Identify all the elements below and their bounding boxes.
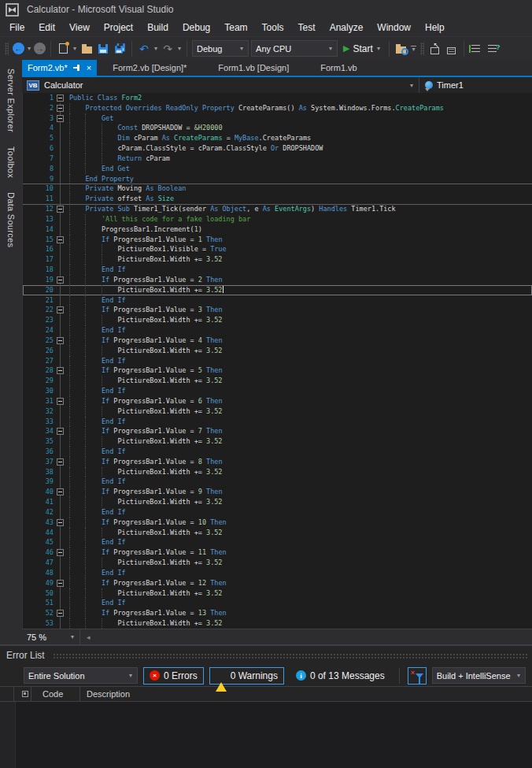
breakpoint-margin[interactable] — [23, 133, 33, 143]
code-line[interactable]: 44 PictiureBox1.Width += 3.52 — [23, 528, 532, 538]
fold-toggle-icon[interactable] — [57, 549, 64, 556]
toolbar-grip[interactable] — [420, 43, 424, 55]
breakpoint-margin[interactable] — [23, 447, 33, 457]
breakpoint-margin[interactable] — [23, 528, 33, 538]
breakpoint-margin[interactable] — [23, 184, 33, 194]
breakpoint-margin[interactable] — [23, 154, 33, 164]
display-word-completion-button[interactable] — [486, 42, 500, 56]
redo-dropdown[interactable]: ▾ — [177, 45, 182, 52]
breakpoint-margin[interactable] — [23, 547, 33, 558]
fold-toggle-icon[interactable] — [57, 580, 64, 587]
code-line[interactable]: 22 If ProgressBar1.Value = 3 Then — [23, 305, 532, 315]
menu-debug[interactable]: Debug — [175, 20, 217, 35]
menu-help[interactable]: Help — [418, 20, 452, 35]
breakpoint-margin[interactable] — [23, 113, 33, 124]
clear-filter-button[interactable]: × — [408, 667, 427, 685]
code-line[interactable]: 20 PictiureBox1.Width += 3.52 — [23, 285, 532, 295]
code-line[interactable]: 12 Private Sub Timer1_Tick(sender As Obj… — [23, 204, 532, 214]
member-dropdown[interactable]: Timer1 — [419, 77, 532, 93]
column-header-blank[interactable] — [0, 687, 14, 701]
code-line[interactable]: 33 End If — [23, 417, 532, 427]
code-line[interactable]: 46 If ProgressBar1.Value = 11 Then — [23, 547, 532, 558]
code-line[interactable]: 53 PictiureBox1.Width += 3.52 — [23, 618, 532, 629]
breakpoint-margin[interactable] — [23, 598, 33, 608]
breakpoint-margin[interactable] — [23, 285, 33, 295]
code-line[interactable]: 50 PictiureBox1.Width += 3.52 — [23, 588, 532, 599]
solution-platform-dropdown[interactable]: Any CPU▾ — [251, 40, 338, 57]
redo-button[interactable]: ↷ — [161, 42, 175, 56]
document-tab-form2-vb-[interactable]: Form2.vb*× — [22, 60, 97, 76]
code-line[interactable]: 14 ProgressBar1.Increment(1) — [23, 224, 532, 235]
code-line[interactable]: 51 End If — [23, 598, 532, 608]
undo-button[interactable]: ↶ — [137, 42, 151, 56]
column-header-severity[interactable] — [14, 687, 31, 701]
document-tab-form1-vb[interactable]: Form1.vb — [305, 60, 372, 76]
navigate-backward-button[interactable]: ← — [13, 43, 24, 54]
find-dropdown[interactable]: ▾ — [411, 46, 416, 51]
breakpoint-margin[interactable] — [23, 386, 33, 396]
breakpoint-margin[interactable] — [23, 568, 33, 578]
breakpoint-margin[interactable] — [23, 265, 33, 275]
breakpoint-margin[interactable] — [23, 365, 33, 376]
column-header-description[interactable]: Description — [80, 687, 532, 701]
code-line[interactable]: 36 End If — [23, 447, 532, 457]
code-line[interactable]: 10 Private Moving As Boolean — [23, 184, 532, 194]
toolbar-grip[interactable] — [5, 43, 9, 55]
breakpoint-margin[interactable] — [23, 214, 33, 224]
breakpoint-margin[interactable] — [23, 618, 33, 629]
display-member-list-button[interactable]: ↖ — [428, 42, 442, 56]
zoom-level-dropdown[interactable]: 75 % ▾ — [22, 629, 80, 644]
chevron-down-icon[interactable]: ▾ — [409, 82, 414, 89]
fold-toggle-icon[interactable] — [57, 306, 64, 314]
navigate-forward-button[interactable]: → — [34, 43, 46, 54]
breakpoint-margin[interactable] — [23, 518, 33, 528]
breakpoint-margin[interactable] — [23, 436, 33, 447]
code-line[interactable]: 47 PictiureBox1.Width += 3.52 — [23, 558, 532, 568]
code-line[interactable]: 5 Dim cParam As CreateParams = MyBase.Cr… — [23, 133, 532, 143]
code-line[interactable]: 4 Const DROPSHADOW = &H20000 — [23, 123, 532, 133]
breakpoint-margin[interactable] — [23, 164, 33, 174]
fold-toggle-icon[interactable] — [57, 337, 64, 344]
display-quick-info-button[interactable] — [469, 42, 483, 56]
menu-test[interactable]: Test — [291, 20, 323, 35]
breakpoint-margin[interactable] — [23, 507, 33, 518]
menu-view[interactable]: View — [62, 20, 97, 35]
code-line[interactable]: 48 End If — [23, 568, 532, 578]
side-tab-data-sources[interactable]: Data Sources — [6, 185, 16, 254]
code-line[interactable]: 17 PictiureBox1.Width += 3.52 — [23, 254, 532, 265]
breakpoint-margin[interactable] — [23, 426, 33, 436]
code-line[interactable]: 23 PictiureBox1.Width += 3.52 — [23, 315, 532, 325]
code-line[interactable]: 24 End If — [23, 325, 532, 336]
fold-toggle-icon[interactable] — [57, 367, 64, 374]
side-tab-server-explorer[interactable]: Server Explorer — [6, 61, 16, 139]
save-all-button[interactable] — [113, 42, 127, 56]
menu-project[interactable]: Project — [97, 20, 140, 35]
display-parameter-info-button[interactable] — [445, 42, 459, 56]
breakpoint-margin[interactable] — [23, 537, 33, 547]
code-line[interactable]: 35 PictiureBox1.Width += 3.52 — [23, 436, 532, 447]
code-line[interactable]: 42 End If — [23, 507, 532, 518]
hscroll-left-arrow[interactable]: ◂ — [80, 633, 97, 641]
code-line[interactable]: 37 If ProgressBar1.Value = 8 Then — [23, 457, 532, 467]
breakpoint-margin[interactable] — [23, 143, 33, 154]
error-source-dropdown[interactable]: Build + IntelliSense▾ — [432, 667, 526, 684]
breakpoint-margin[interactable] — [23, 295, 33, 306]
menu-analyze[interactable]: Analyze — [323, 20, 371, 35]
code-line[interactable]: 7 Return cParam — [23, 154, 532, 164]
breakpoint-margin[interactable] — [23, 235, 33, 245]
error-list-title-bar[interactable]: Error List — [0, 646, 532, 665]
fold-toggle-icon[interactable] — [57, 95, 64, 102]
menu-tools[interactable]: Tools — [255, 20, 291, 35]
code-line[interactable]: 31 If ProgressBar1.Value = 6 Then — [23, 396, 532, 406]
breakpoint-margin[interactable] — [23, 376, 33, 386]
document-tab-form2-vb-design-[interactable]: Form2.vb [Design]* — [97, 60, 202, 76]
fold-toggle-icon[interactable] — [57, 458, 64, 466]
fold-toggle-icon[interactable] — [57, 206, 64, 213]
breakpoint-margin[interactable] — [23, 254, 33, 265]
code-line[interactable]: 19 If ProgressBar1.Value = 2 Then — [23, 275, 532, 285]
breakpoint-margin[interactable] — [23, 417, 33, 427]
code-line[interactable]: 40 If ProgressBar1.Value = 9 Then — [23, 487, 532, 497]
breakpoint-margin[interactable] — [23, 558, 33, 568]
fold-toggle-icon[interactable] — [57, 610, 64, 617]
document-tab-form1-vb-design-[interactable]: Form1.vb [Design] — [202, 60, 305, 76]
